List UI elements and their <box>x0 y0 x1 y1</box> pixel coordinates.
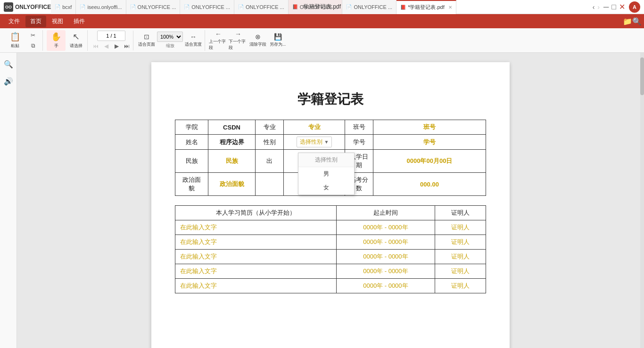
history-person-4[interactable]: 证明人 <box>435 264 486 279</box>
value-name[interactable]: 程序边界 <box>208 135 256 150</box>
tab-iseeu[interactable]: 📄 iseeu.onlyoffi... <box>76 0 126 14</box>
copy-button[interactable]: ⧉ <box>25 41 41 50</box>
history-person-3[interactable]: 证明人 <box>435 250 486 264</box>
tab-onlyoffice-4[interactable]: 📄 ONLYOFFICE ... <box>180 0 234 14</box>
label-zhengzhi: 政治面貌 <box>175 173 208 196</box>
tab-bcxf[interactable]: 📄 bcxf <box>51 0 76 14</box>
close-btn[interactable]: ✕ <box>619 2 625 11</box>
gender-dropdown[interactable]: 选择性别 ▼ <box>297 137 332 147</box>
history-header-person: 证明人 <box>435 206 486 220</box>
clear-field-icon: ⊗ <box>255 33 261 40</box>
value-csdn[interactable]: CSDN <box>208 120 256 135</box>
tab-label: ONLYOFFICE ... <box>138 4 176 10</box>
nav-prev-btn[interactable]: ‹ <box>593 3 595 11</box>
last-page-btn[interactable]: ⏭ <box>123 42 131 50</box>
history-study-5[interactable]: 在此输入文字 <box>175 279 337 293</box>
label-banhao: 班号 <box>345 120 373 135</box>
history-time-3[interactable]: 0000年 - 0000年 <box>336 250 435 264</box>
zoom-select[interactable]: 100% 75% 125% 150% <box>157 32 183 42</box>
page-input[interactable] <box>97 31 125 41</box>
paste-button[interactable]: 📋 粘贴 <box>6 30 25 51</box>
search-icon[interactable]: 🔍 <box>634 18 640 24</box>
history-study-1[interactable]: 在此输入文字 <box>175 220 337 235</box>
maximize-btn[interactable]: □ <box>611 3 616 11</box>
fit-width-button[interactable]: ↔ 适合宽度 <box>184 30 203 51</box>
history-study-4[interactable]: 在此输入文字 <box>175 264 337 279</box>
history-time-1[interactable]: 0000年 - 0000年 <box>336 220 435 235</box>
value-zhengzhi[interactable]: 政治面貌 <box>208 173 256 196</box>
tab-pdf-icon: 📕 <box>400 5 406 10</box>
history-study-2[interactable]: 在此输入文字 <box>175 235 337 250</box>
app-name: ONLYOFFICE <box>15 4 51 10</box>
tab-onlyoffice-3[interactable]: 📄 ONLYOFFICE ... <box>126 0 181 14</box>
clipboard-group: 📋 粘贴 ✂ ⧉ <box>4 30 43 51</box>
tab-onlyoffice-5[interactable]: 📄 ONLYOFFICE ... <box>234 0 289 14</box>
user-avatar[interactable]: A <box>629 1 640 13</box>
history-person-5[interactable]: 证明人 <box>435 279 486 293</box>
label-xuehao: 学号 <box>345 135 373 150</box>
history-table: 本人学习简历（从小学开始） 起止时间 证明人 在此输入文字 0000年 - 00… <box>175 205 486 293</box>
dropdown-arrow-icon: ▼ <box>324 139 329 145</box>
folder-icon[interactable]: 📁 <box>624 18 631 24</box>
prev-field-icon: ← <box>215 30 222 38</box>
value-xuehao[interactable]: 学号 <box>373 135 486 150</box>
history-time-2[interactable]: 0000年 - 0000年 <box>336 235 435 250</box>
menu-home[interactable]: 首页 <box>25 16 46 27</box>
prev-page-btn[interactable]: ◀ <box>102 42 110 50</box>
tab-doc-icon: 📄 <box>184 4 190 9</box>
select-button[interactable]: ↖ 请选择 <box>66 30 85 51</box>
sidebar-search-icon[interactable]: 🔍 <box>2 57 15 71</box>
toolbar: 📋 粘贴 ✂ ⧉ ✋ 手 ↖ 请选择 ⏮ ◀ ▶ <box>0 28 644 53</box>
history-time-5[interactable]: 0000年 - 0000年 <box>336 279 435 293</box>
tab-pdf-icon: 📕 <box>292 4 298 9</box>
first-page-btn[interactable]: ⏮ <box>91 42 100 50</box>
zoom-group: ⊡ 适合页面 100% 75% 125% 150% 缩放 ↔ 适合宽度 <box>135 30 205 51</box>
menu-view[interactable]: 视图 <box>47 16 68 27</box>
copy-icon: ⧉ <box>31 42 35 49</box>
label-xueyuan: 学院 <box>175 120 208 135</box>
value-gaokao[interactable]: 000.00 <box>373 173 486 196</box>
prev-field-button[interactable]: ← 上一个字段 <box>209 30 228 51</box>
tool-group: ✋ 手 ↖ 请选择 <box>45 30 88 51</box>
tab-label: ONLYOFFICE ... <box>246 4 284 10</box>
form-row-1: 学院 CSDN 专业 专业 班号 班号 <box>175 120 486 135</box>
main-container: 🔍 🔊 学籍登记表 学院 CSDN 专业 专业 班号 班号 姓名 <box>0 53 644 348</box>
tab-doc-icon: 📄 <box>130 4 136 9</box>
tab-close-btn[interactable]: ✕ <box>448 5 452 10</box>
value-ruxueriqi[interactable]: 0000年00月00日 <box>373 150 486 173</box>
next-page-btn[interactable]: ▶ <box>112 42 121 50</box>
menu-plugin[interactable]: 插件 <box>69 16 90 27</box>
history-row-5: 在此输入文字 0000年 - 0000年 证明人 <box>175 279 486 293</box>
tab-xuejidengji[interactable]: 📕 *学籍登记表.pdf ✕ <box>396 0 456 14</box>
menu-file[interactable]: 文件 <box>4 16 25 27</box>
nav-next-btn[interactable]: › <box>597 3 600 11</box>
value-zhuanye[interactable]: 专业 <box>284 120 345 135</box>
clear-field-button[interactable]: ⊗ 清除字段 <box>248 30 267 51</box>
label-chu: 出 <box>256 150 284 173</box>
dropdown-option-male[interactable]: 男 <box>298 167 354 181</box>
next-field-button[interactable]: → 下一个字段 <box>229 30 248 51</box>
fit-page-button[interactable]: ⊡ 适合页面 <box>137 30 156 51</box>
hand-tool-button[interactable]: ✋ 手 <box>47 30 66 51</box>
scrollbar[interactable] <box>640 53 644 348</box>
history-time-4[interactable]: 0000年 - 0000年 <box>336 264 435 279</box>
left-sidebar: 🔍 🔊 <box>0 53 17 348</box>
save-as-button[interactable]: 💾 另存为... <box>268 30 287 51</box>
value-banhao[interactable]: 班号 <box>373 120 486 135</box>
value-minzu[interactable]: 民族 <box>208 150 256 173</box>
tab-onlyoffice-7[interactable]: 📄 ONLYOFFICE ... <box>342 0 396 14</box>
next-field-icon: → <box>235 30 241 38</box>
sidebar-speaker-icon[interactable]: 🔊 <box>2 74 15 88</box>
select-label: 请选择 <box>70 43 83 49</box>
dropdown-option-female[interactable]: 女 <box>298 181 354 194</box>
history-study-3[interactable]: 在此输入文字 <box>175 250 337 264</box>
fit-page-icon: ⊡ <box>144 33 149 40</box>
minimize-btn[interactable]: ─ <box>603 3 609 11</box>
doc-area[interactable]: 学籍登记表 学院 CSDN 专业 专业 班号 班号 姓名 程序边界 性别 <box>17 53 644 348</box>
save-as-label: 另存为... <box>270 41 286 48</box>
history-person-1[interactable]: 证明人 <box>435 220 486 235</box>
cut-button[interactable]: ✂ <box>25 31 41 40</box>
scrollbar-thumb[interactable] <box>640 57 644 95</box>
window-controls: ─ □ ✕ <box>603 2 625 11</box>
history-person-2[interactable]: 证明人 <box>435 235 486 250</box>
